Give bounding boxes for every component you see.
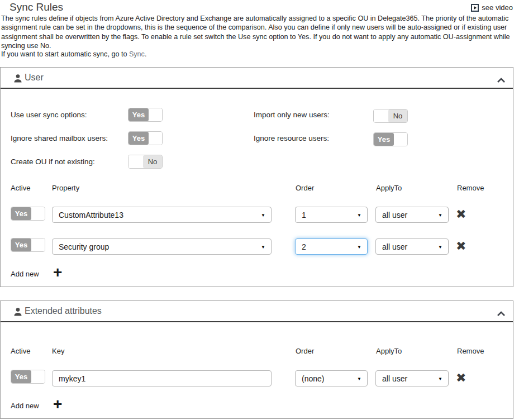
page-title: Sync Rules (9, 1, 63, 13)
column-header-property: Property (52, 184, 79, 192)
toggle-value: Yes (128, 108, 149, 121)
see-video-label: see video (482, 3, 513, 12)
toggle-thumb (128, 155, 143, 168)
sync-line-prefix: If you want to start automatic sync, go … (1, 50, 129, 58)
user-icon (13, 307, 22, 318)
user-panel-title: User (25, 73, 44, 83)
order-select[interactable]: (none)▼ (295, 370, 368, 386)
extended-panel-title: Extended attributes (25, 306, 102, 316)
toggle-thumb (149, 108, 162, 121)
order-select-value: (none) (302, 374, 324, 383)
toggle-value: Yes (128, 132, 149, 145)
rule-row-active-toggle[interactable]: Yes (11, 207, 45, 221)
column-header-order: Order (296, 347, 314, 355)
toggle-thumb (31, 207, 45, 220)
order-select-focused[interactable]: 2▼ (295, 238, 368, 255)
property-select[interactable]: CustomAttribute13▼ (52, 207, 272, 223)
column-header-applyto: ApplyTo (376, 184, 402, 192)
add-new-label: Add new (11, 402, 39, 410)
toggle-thumb (31, 238, 45, 251)
collapse-chevron-icon[interactable] (497, 75, 506, 85)
order-select[interactable]: 1▼ (295, 207, 368, 223)
property-select-value: CustomAttribute13 (59, 211, 123, 219)
collapse-chevron-icon[interactable] (497, 308, 506, 318)
dropdown-arrow-icon: ▼ (357, 212, 361, 217)
applyto-select-value: all user (382, 242, 407, 251)
toggle-thumb (149, 132, 162, 145)
dropdown-arrow-icon: ▼ (438, 244, 442, 249)
toggle-use-user-sync[interactable]: Yes (128, 108, 163, 122)
user-icon (13, 74, 22, 85)
property-select-value: Security group (59, 242, 109, 251)
applyto-select-value: all user (382, 374, 407, 383)
toggle-value: Yes (11, 207, 31, 220)
remove-rule-icon[interactable]: ✖ (456, 208, 466, 221)
option-label-create-ou: Create OU if not existing: (11, 155, 95, 169)
toggle-value: Yes (11, 370, 31, 383)
user-panel: User Use user sync options: Yes Import o… (0, 67, 513, 287)
column-header-remove: Remove (457, 184, 484, 192)
toggle-thumb (31, 370, 45, 383)
sync-link[interactable]: Sync (129, 50, 145, 58)
dropdown-arrow-icon: ▼ (438, 212, 442, 217)
toggle-value: No (143, 155, 162, 168)
order-select-value: 1 (302, 211, 306, 219)
dropdown-arrow-icon: ▼ (357, 244, 361, 249)
toggle-ignore-shared-mailbox[interactable]: Yes (128, 131, 163, 145)
sync-line: If you want to start automatic sync, go … (1, 50, 146, 58)
rule-row-active-toggle[interactable]: Yes (11, 238, 45, 252)
add-new-label: Add new (11, 270, 39, 278)
toggle-value: Yes (374, 133, 394, 146)
toggle-thumb (374, 109, 388, 122)
remove-attr-icon[interactable]: ✖ (456, 372, 466, 384)
applyto-select[interactable]: all user▼ (375, 370, 449, 386)
column-header-active: Active (11, 184, 30, 192)
option-label-ignore-shared-mailbox: Ignore shared mailbox users: (11, 131, 108, 145)
user-panel-header[interactable]: User (1, 68, 513, 89)
add-new-plus-icon[interactable]: + (53, 265, 62, 280)
applyto-select-value: all user (382, 211, 407, 219)
toggle-value: No (388, 109, 407, 122)
description: The sync rules define if objects from Az… (1, 14, 513, 51)
extended-attributes-panel: Extended attributes Active Key Order App… (0, 300, 513, 419)
option-label-use-user-sync: Use user sync options: (11, 108, 87, 122)
applyto-select[interactable]: all user▼ (375, 207, 449, 223)
dropdown-arrow-icon: ▼ (261, 244, 265, 249)
column-header-key: Key (52, 347, 64, 355)
attr-row-active-toggle[interactable]: Yes (11, 370, 45, 384)
video-play-icon (471, 4, 479, 12)
option-label-ignore-resource-users: Ignore resource users: (254, 131, 329, 145)
sync-line-suffix: . (145, 50, 147, 58)
toggle-value: Yes (11, 238, 31, 251)
column-header-remove: Remove (457, 347, 484, 355)
column-header-active: Active (11, 347, 30, 355)
key-input[interactable] (52, 370, 272, 386)
toggle-ignore-resource-users[interactable]: Yes (373, 132, 408, 146)
toggle-create-ou[interactable]: No (128, 155, 163, 169)
add-new-plus-icon[interactable]: + (53, 397, 62, 412)
dropdown-arrow-icon: ▼ (438, 376, 442, 381)
column-header-applyto: ApplyTo (376, 347, 402, 355)
dropdown-arrow-icon: ▼ (261, 212, 265, 217)
applyto-select[interactable]: all user▼ (375, 238, 449, 255)
see-video-link[interactable]: see video (471, 3, 513, 12)
option-label-import-only-new: Import only new users: (254, 108, 330, 122)
dropdown-arrow-icon: ▼ (357, 376, 361, 381)
toggle-thumb (394, 133, 407, 146)
extended-panel-header[interactable]: Extended attributes (1, 301, 513, 322)
sync-rules-page: Sync Rules see video The sync rules defi… (0, 0, 514, 420)
remove-rule-icon[interactable]: ✖ (456, 240, 466, 252)
property-select[interactable]: Security group▼ (52, 238, 272, 255)
order-select-value: 2 (302, 242, 306, 251)
toggle-import-only-new[interactable]: No (373, 109, 408, 123)
column-header-order: Order (296, 184, 314, 192)
